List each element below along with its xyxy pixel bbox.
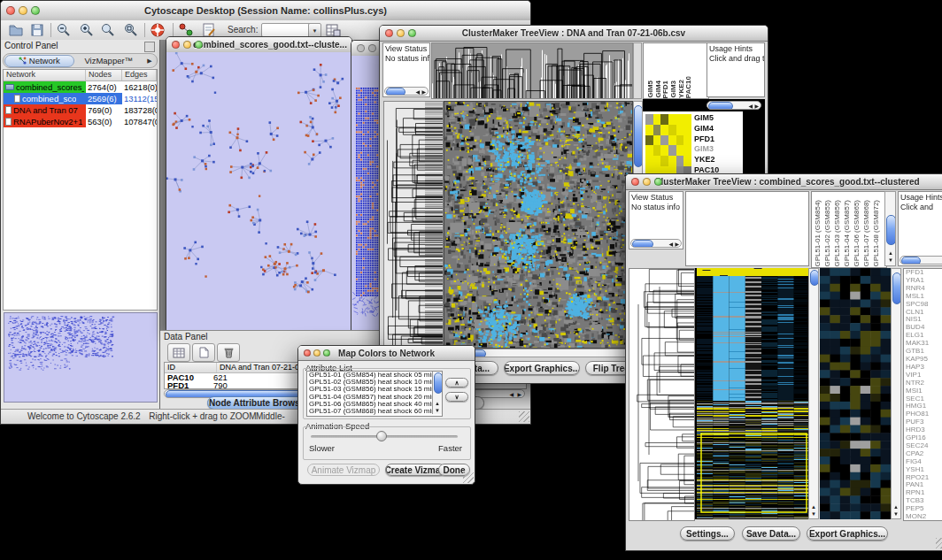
- scrollbar-thumb[interactable]: [886, 215, 896, 245]
- matrix-cell[interactable]: [676, 156, 684, 166]
- overview-canvas[interactable]: [4, 313, 155, 400]
- network-list-header[interactable]: Network Nodes Edges: [4, 70, 157, 81]
- scrollbar-thumb[interactable]: [632, 240, 653, 248]
- view-status-scrollbar[interactable]: ◀ ▶: [630, 239, 682, 248]
- attribute-list[interactable]: GPL51-01 (GSM854) heat shock 05 minGPL51…: [306, 371, 443, 417]
- help-lifering-icon[interactable]: [150, 22, 166, 38]
- export-graphics-button[interactable]: Export Graphics...: [504, 361, 580, 375]
- matrix-cell[interactable]: [668, 125, 676, 135]
- matrix-cell[interactable]: [683, 145, 691, 156]
- matrix-cell[interactable]: [668, 145, 676, 156]
- collabel-vscrollbar[interactable]: ▲ ▼: [884, 191, 896, 266]
- row-label[interactable]: GIM4: [694, 124, 719, 134]
- minimize-icon[interactable]: [368, 44, 376, 52]
- column-label[interactable]: PAC10: [684, 76, 692, 98]
- zoom-fit-icon[interactable]: [123, 22, 139, 38]
- matrix-cell[interactable]: [668, 156, 676, 166]
- minimize-icon[interactable]: [313, 349, 320, 357]
- move-down-button[interactable]: ∨: [445, 392, 468, 402]
- matrix-cell[interactable]: [683, 135, 691, 146]
- network-window-title-bar[interactable]: combined_scores_good.txt--cluste...: [166, 37, 351, 53]
- column-label[interactable]: GPL51-01 (GSM854): [814, 200, 823, 267]
- row-label[interactable]: PFD1: [694, 134, 719, 145]
- matrix-cell[interactable]: [676, 125, 684, 135]
- close-icon[interactable]: [6, 6, 15, 15]
- matrix-cell[interactable]: [660, 156, 668, 166]
- matrix-cell[interactable]: [668, 114, 676, 125]
- zoom-icon[interactable]: [323, 349, 330, 357]
- node-attribute-browser-button[interactable]: Node Attribute Browser: [207, 396, 310, 410]
- scroll-left-icon[interactable]: ◀: [509, 392, 513, 397]
- search-input[interactable]: [261, 23, 313, 37]
- scrollbar-thumb[interactable]: [901, 257, 921, 265]
- column-label[interactable]: GIM5: [646, 81, 654, 98]
- scroll-right-icon[interactable]: ▶: [517, 392, 521, 397]
- minimize-icon[interactable]: [183, 41, 191, 49]
- scroll-right-icon[interactable]: ▶: [754, 104, 759, 109]
- row-label[interactable]: GIM5: [694, 113, 719, 124]
- zoom-out-icon[interactable]: [56, 22, 72, 38]
- network-list-row[interactable]: RNAPuberNov2+1 563(0) 107847(0): [4, 116, 157, 127]
- matrix-cell[interactable]: [653, 145, 661, 156]
- global-heatmap[interactable]: [695, 268, 810, 519]
- scroll-down-icon[interactable]: ▼: [893, 511, 899, 517]
- close-icon[interactable]: [172, 41, 180, 49]
- column-label[interactable]: GPL51-02 (GSM855): [823, 200, 833, 267]
- matrix-cell[interactable]: [653, 125, 661, 135]
- create-vizmap-button[interactable]: Create Vizmap: [385, 464, 445, 476]
- dendrogram-splitter[interactable]: [633, 42, 642, 99]
- matrix-cell[interactable]: [645, 135, 653, 146]
- global-heatmap[interactable]: [444, 101, 633, 349]
- settings-button[interactable]: Settings...: [680, 526, 735, 541]
- zoom-icon[interactable]: [31, 6, 40, 15]
- scroll-right-icon[interactable]: ▶: [675, 242, 679, 247]
- matrix-cell[interactable]: [668, 135, 676, 146]
- network-overview-thumbnail[interactable]: [4, 312, 158, 403]
- zoom-icon[interactable]: [408, 29, 416, 37]
- save-icon[interactable]: [29, 22, 45, 38]
- detail-heatmap[interactable]: [820, 268, 891, 519]
- scrollbar-thumb[interactable]: [434, 372, 442, 394]
- minimize-icon[interactable]: [397, 29, 405, 37]
- scroll-left-icon[interactable]: ◀: [748, 104, 753, 109]
- select-attributes-icon[interactable]: [167, 343, 190, 362]
- open-file-icon[interactable]: [8, 22, 24, 38]
- matrix-cell[interactable]: [660, 125, 668, 135]
- tab-vizmapper[interactable]: VizMapper™: [75, 55, 143, 67]
- gene-label[interactable]: MON2: [906, 513, 942, 521]
- main-title-bar[interactable]: Cytoscape Desktop (Session Name: collins…: [1, 1, 530, 21]
- scroll-up-icon[interactable]: ▲: [888, 250, 893, 256]
- move-up-button[interactable]: ∧: [445, 378, 468, 387]
- scroll-down-icon[interactable]: ▼: [888, 257, 893, 263]
- tab-overflow-icon[interactable]: ▶: [143, 58, 156, 65]
- zoom-icon[interactable]: [654, 178, 662, 186]
- scroll-up-icon[interactable]: ▲: [893, 504, 899, 510]
- scrollbar-thumb[interactable]: [634, 105, 643, 167]
- matrix-cell[interactable]: [676, 114, 684, 125]
- scrollbar-thumb[interactable]: [892, 272, 901, 304]
- matrix-cell[interactable]: [645, 125, 653, 135]
- matrix-cell[interactable]: [676, 145, 684, 156]
- detail-hscrollbar[interactable]: ◀ ▶: [706, 101, 761, 110]
- matrix-cell[interactable]: [683, 125, 691, 135]
- tab-network[interactable]: Network: [4, 55, 74, 67]
- animate-vizmap-button[interactable]: Animate Vizmap: [307, 464, 380, 476]
- resize-grip[interactable]: [519, 411, 529, 422]
- detail-vscrollbar[interactable]: ▲ ▼: [891, 268, 901, 519]
- treeview1-title-bar[interactable]: ClusterMaker TreeView : DNA and Tran 07-…: [380, 26, 768, 42]
- column-dendrogram-area[interactable]: [685, 191, 809, 266]
- network-canvas-2[interactable]: [351, 56, 382, 331]
- network-canvas[interactable]: [166, 52, 350, 330]
- close-icon[interactable]: [357, 44, 365, 52]
- heatmap-vscrollbar[interactable]: ▲ ▼: [808, 268, 819, 519]
- minimize-icon[interactable]: [19, 6, 27, 15]
- scroll-left-icon[interactable]: ◀: [668, 242, 673, 247]
- network-list-row[interactable]: DNA and Tran 07 769(0) 183728(0): [4, 104, 157, 116]
- float-panel-icon[interactable]: [144, 42, 155, 52]
- scroll-up-icon[interactable]: ▲: [435, 401, 440, 406]
- column-label[interactable]: GPL51-03 (GSM856): [833, 200, 843, 267]
- matrix-cell[interactable]: [683, 114, 691, 125]
- column-label[interactable]: GPL51-08 (GSM872): [872, 200, 882, 267]
- network-list-row[interactable]: combined_sco 2569(6) 13112(15): [4, 93, 157, 104]
- scroll-down-icon[interactable]: ▼: [811, 511, 816, 517]
